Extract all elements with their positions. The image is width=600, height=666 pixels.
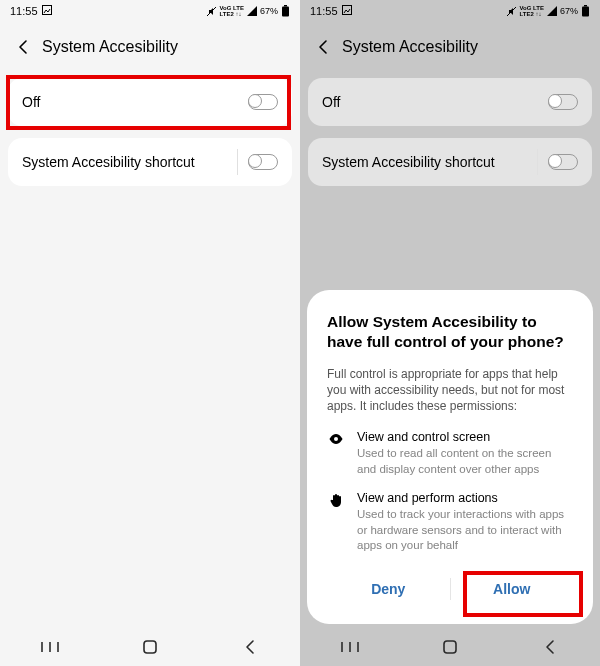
svg-rect-7 [144, 641, 156, 653]
screen-settings: 11:55 VoG LTELTE2 ↑↓ 67% System Accesibi… [0, 0, 300, 666]
nav-bar [0, 628, 300, 666]
svg-rect-10 [582, 7, 589, 17]
perm1-text: Used to read all content on the screen a… [357, 446, 573, 477]
svg-rect-2 [282, 7, 289, 17]
status-bar: 11:55 VoG LTELTE2 ↑↓ 67% [300, 0, 600, 22]
svg-rect-11 [584, 5, 587, 7]
nav-home[interactable] [439, 636, 461, 658]
dialog-title: Allow System Accesibility to have full c… [327, 312, 573, 352]
battery-pct: 67% [560, 6, 578, 16]
permission-perform-actions: View and perform actions Used to track y… [327, 491, 573, 554]
nav-back[interactable] [539, 636, 561, 658]
dialog-actions: Deny Allow [327, 568, 573, 610]
svg-rect-3 [284, 5, 287, 7]
svg-rect-16 [444, 641, 456, 653]
nav-bar [300, 628, 600, 666]
row-shortcut: System Accesibility shortcut [308, 138, 592, 186]
svg-line-1 [207, 7, 216, 16]
row-shortcut[interactable]: System Accesibility shortcut [8, 138, 292, 186]
perm2-text: Used to track your interactions with app… [357, 507, 573, 554]
allow-button[interactable]: Allow [451, 581, 574, 597]
network-label: VoG LTELTE2 ↑↓ [220, 5, 244, 17]
status-right: VoG LTELTE2 ↑↓ 67% [506, 5, 590, 17]
eye-icon [327, 430, 345, 477]
svg-point-12 [334, 437, 338, 441]
service-state-label: Off [22, 94, 248, 110]
battery-icon [281, 5, 290, 17]
battery-icon [581, 5, 590, 17]
settings-rows: Off System Accesibility shortcut [0, 72, 300, 186]
status-time: 11:55 [10, 5, 38, 17]
row-divider [537, 149, 538, 175]
perm2-title: View and perform actions [357, 491, 573, 505]
screenshot-icon [42, 5, 52, 17]
screenshot-icon [342, 5, 352, 17]
status-bar: 11:55 VoG LTELTE2 ↑↓ 67% [0, 0, 300, 22]
screen-permission-dialog: 11:55 VoG LTELTE2 ↑↓ 67% System Accesibi… [300, 0, 600, 666]
perm1-title: View and control screen [357, 430, 573, 444]
status-time: 11:55 [310, 5, 338, 17]
settings-rows: Off System Accesibility shortcut [300, 72, 600, 186]
permission-dialog: Allow System Accesibility to have full c… [307, 290, 593, 624]
svg-rect-8 [342, 6, 351, 15]
row-divider [237, 149, 238, 175]
permission-view-screen: View and control screen Used to read all… [327, 430, 573, 477]
mute-icon [206, 6, 217, 17]
svg-rect-0 [42, 6, 51, 15]
service-toggle [548, 94, 578, 110]
back-button[interactable] [14, 37, 34, 57]
nav-home[interactable] [139, 636, 161, 658]
service-toggle[interactable] [248, 94, 278, 110]
page-title: System Accesibility [42, 38, 178, 56]
deny-button[interactable]: Deny [327, 581, 450, 597]
signal-icon [247, 6, 257, 16]
row-service-toggle[interactable]: Off [8, 78, 292, 126]
mute-icon [506, 6, 517, 17]
nav-recent[interactable] [39, 636, 61, 658]
shortcut-toggle[interactable] [248, 154, 278, 170]
nav-recent[interactable] [339, 636, 361, 658]
dialog-description: Full control is appropriate for apps tha… [327, 366, 573, 415]
page-title: System Accesibility [342, 38, 478, 56]
shortcut-label: System Accesibility shortcut [22, 154, 227, 170]
svg-line-9 [507, 7, 516, 16]
network-label: VoG LTELTE2 ↑↓ [520, 5, 544, 17]
nav-back[interactable] [239, 636, 261, 658]
service-state-label: Off [322, 94, 548, 110]
back-button[interactable] [314, 37, 334, 57]
shortcut-toggle [548, 154, 578, 170]
row-service-toggle: Off [308, 78, 592, 126]
battery-pct: 67% [260, 6, 278, 16]
hand-icon [327, 491, 345, 554]
signal-icon [547, 6, 557, 16]
page-header: System Accesibility [0, 22, 300, 72]
shortcut-label: System Accesibility shortcut [322, 154, 527, 170]
status-right: VoG LTELTE2 ↑↓ 67% [206, 5, 290, 17]
page-header: System Accesibility [300, 22, 600, 72]
